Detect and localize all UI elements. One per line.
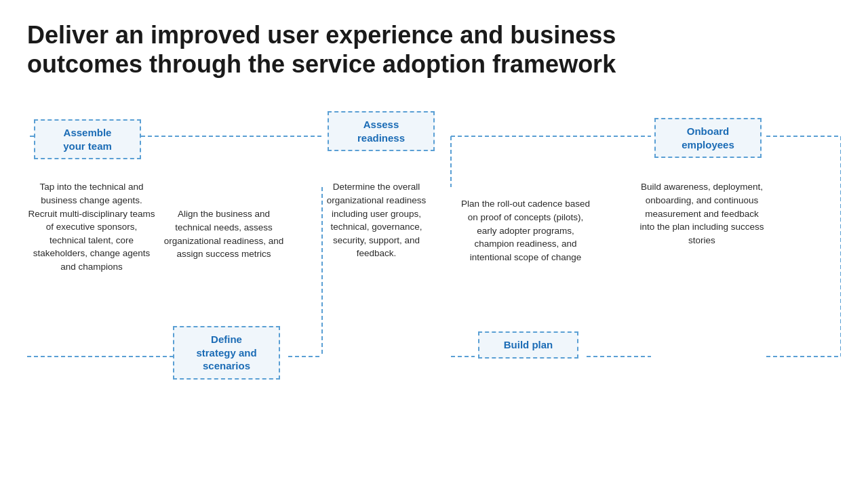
build-description: Plan the roll-out cadence based on proof… [461,197,590,264]
assemble-description: Tap into the technical and business chan… [27,180,156,273]
build-box: Build plan [478,331,578,359]
onboard-box: Onboard employees [654,118,762,158]
define-description: Align the business and technical needs, … [163,207,285,260]
assess-label: Assess readiness [357,119,405,144]
title-line2: outcomes through the service adoption fr… [27,50,616,78]
assess-description: Determine the overall organizational rea… [315,180,437,260]
define-box: Define strategy and scenarios [173,326,280,380]
onboard-description: Build awareness, deployment, onboarding,… [637,180,766,247]
onboard-label: Onboard employees [682,125,734,150]
title-line1: Deliver an improved user experience and … [27,21,616,49]
assemble-label: Assemble your team [63,127,112,152]
assemble-box: Assemble your team [34,119,141,159]
define-label: Define strategy and scenarios [196,333,256,371]
assess-box: Assess readiness [328,111,435,151]
build-label: Build plan [504,339,553,350]
page-title: Deliver an improved user experience and … [27,20,841,79]
framework-diagram: Assemble your team Tap into the technica… [27,99,841,411]
